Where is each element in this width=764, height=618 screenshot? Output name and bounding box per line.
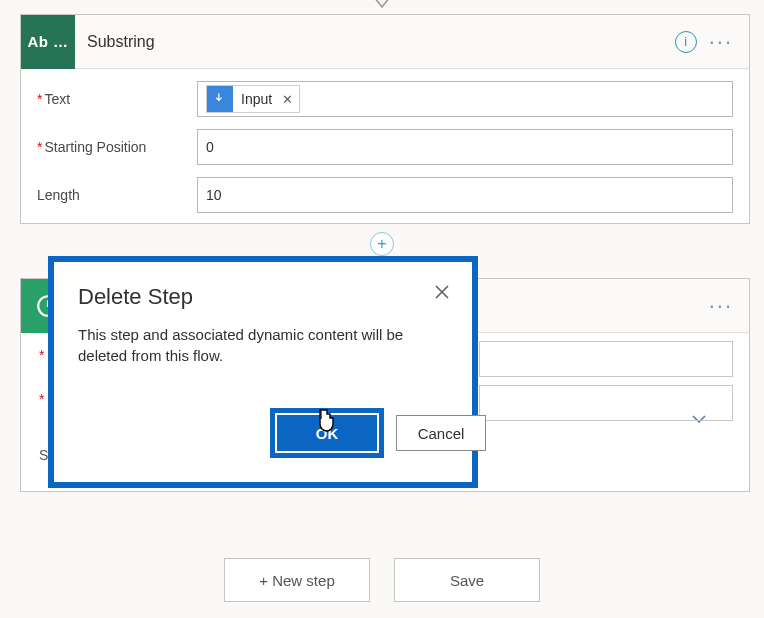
token-hand-icon (207, 86, 233, 112)
field-label-start: *Starting Position (37, 139, 197, 155)
required-asterisk: * (37, 139, 42, 155)
token-remove-icon[interactable]: ✕ (280, 92, 299, 107)
field-label-length: Length (37, 187, 197, 203)
field-row-start: *Starting Position 0 (37, 129, 733, 165)
required-asterisk: * (39, 347, 44, 363)
field-label-text: *Text (37, 91, 197, 107)
obscured-field[interactable] (479, 385, 733, 421)
dialog-title: Delete Step (78, 284, 448, 310)
field-row-length: Length 10 (37, 177, 733, 213)
substring-step-card: Ab … Substring i ··· *Text Input ✕ (20, 14, 750, 224)
connector-tile: Ab … (21, 15, 75, 69)
dialog-message: This step and associated dynamic content… (78, 324, 428, 366)
token-label: Input (233, 91, 280, 107)
close-icon[interactable] (434, 284, 450, 304)
more-icon[interactable]: ··· (709, 29, 733, 55)
length-input[interactable]: 10 (197, 177, 733, 213)
card-body: *Text Input ✕ *Starting Position (21, 69, 749, 223)
info-icon[interactable]: i (675, 31, 697, 53)
input-token: Input ✕ (206, 85, 300, 113)
required-asterisk: * (37, 91, 42, 107)
required-asterisk: * (39, 391, 44, 407)
starting-position-input[interactable]: 0 (197, 129, 733, 165)
ok-button[interactable]: OK (277, 415, 377, 451)
card-header: Ab … Substring i ··· (21, 15, 749, 69)
connector-text: Ab … (27, 33, 68, 50)
delete-step-dialog: Delete Step This step and associated dyn… (48, 256, 478, 488)
field-row-text: *Text Input ✕ (37, 81, 733, 117)
more-icon[interactable]: ··· (709, 293, 733, 319)
new-step-button[interactable]: + New step (224, 558, 370, 602)
text-input[interactable]: Input ✕ (197, 81, 733, 117)
add-step-icon[interactable]: + (370, 232, 394, 256)
save-button[interactable]: Save (394, 558, 540, 602)
card-title: Substring (75, 33, 675, 51)
cancel-button[interactable]: Cancel (396, 415, 486, 451)
ok-highlight: OK (270, 408, 384, 458)
flow-arrow-icon (372, 0, 392, 15)
obscured-field[interactable] (479, 341, 733, 377)
partial-label: S (39, 447, 48, 463)
